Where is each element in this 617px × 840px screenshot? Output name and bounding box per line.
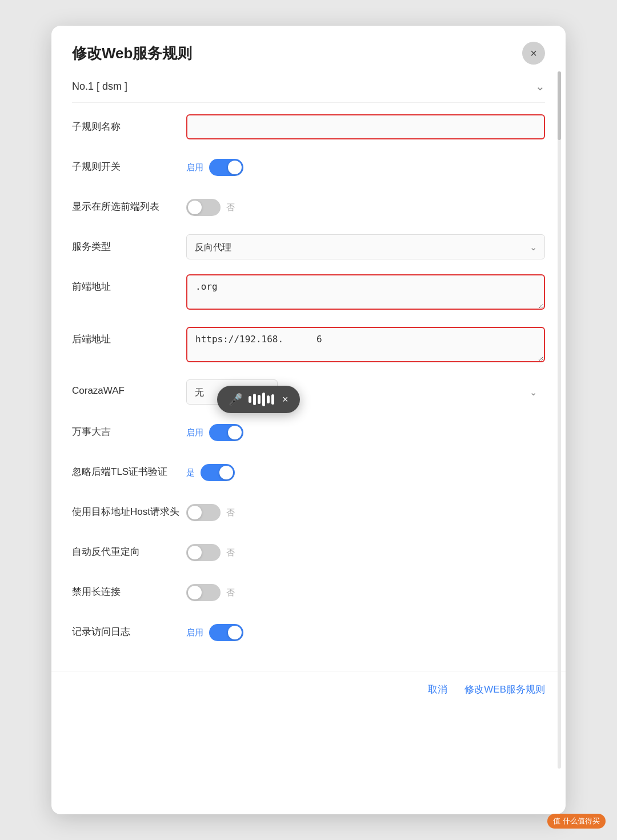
- frontend-addr-textarea-wrap: .org ⌟: [186, 274, 545, 312]
- watermark: 值 什么值得买: [547, 814, 606, 829]
- backend-addr-control: https://192.168. 6 ⌟: [186, 327, 545, 365]
- frontend-addr-control: .org ⌟: [186, 274, 545, 312]
- section-header: No.1 [ dsm ] ⌄: [72, 74, 545, 103]
- backend-addr-input[interactable]: https://192.168. 6: [186, 327, 545, 362]
- ignore-tls-knob: [219, 466, 233, 479]
- show-frontend-off-label: 否: [226, 202, 235, 213]
- subrule-switch-toggle-wrap: 启用: [186, 154, 545, 176]
- dialog-title: 修改Web服务规则: [72, 43, 192, 63]
- backend-addr-textarea-wrap: https://192.168. 6 ⌟: [186, 327, 545, 365]
- frontend-addr-label: 前端地址: [72, 274, 186, 293]
- frontend-addr-input[interactable]: .org: [186, 274, 545, 310]
- access-log-knob: [228, 626, 242, 639]
- disable-keepalive-label: 禁用长连接: [72, 579, 186, 598]
- scrollbar-thumb[interactable]: [558, 71, 561, 140]
- voice-bar-1: [249, 396, 251, 403]
- service-type-row: 服务类型 反向代理 ⌄: [72, 234, 545, 259]
- disable-keepalive-off-label: 否: [226, 587, 235, 598]
- dialog-body: No.1 [ dsm ] ⌄ 子规则名称 子规则开关 启用: [51, 74, 566, 671]
- show-frontend-knob: [188, 201, 202, 214]
- coraza-waf-label: CorazaWAF: [72, 379, 186, 397]
- ignore-tls-on-label: 是: [186, 467, 195, 478]
- coraza-waf-chevron-icon: ⌄: [530, 387, 537, 398]
- wanshi-row: 万事大吉 启用: [72, 419, 545, 445]
- auto-redirect-toggle[interactable]: [186, 544, 221, 561]
- ignore-tls-row: 忽略后端TLS证书验证 是: [72, 459, 545, 485]
- chevron-down-icon: ⌄: [535, 79, 545, 93]
- disable-keepalive-toggle[interactable]: [186, 584, 221, 601]
- ignore-tls-toggle[interactable]: [201, 464, 235, 481]
- use-host-header-off-label: 否: [226, 507, 235, 518]
- confirm-button[interactable]: 修改WEB服务规则: [464, 683, 545, 696]
- disable-keepalive-knob: [188, 586, 202, 599]
- cancel-button[interactable]: 取消: [428, 683, 447, 696]
- service-type-select[interactable]: 反向代理: [186, 234, 545, 259]
- show-frontend-toggle[interactable]: [186, 199, 221, 216]
- use-host-header-row: 使用目标地址Host请求头 否: [72, 499, 545, 525]
- auto-redirect-off-label: 否: [226, 547, 235, 558]
- auto-redirect-row: 自动反代重定向 否: [72, 539, 545, 565]
- access-log-row: 记录访问日志 启用: [72, 619, 545, 645]
- voice-bar-6: [271, 394, 274, 405]
- frontend-addr-row: 前端地址 .org ⌟: [72, 274, 545, 312]
- dialog-footer: 取消 修改WEB服务规则: [51, 671, 566, 712]
- voice-bar-2: [253, 394, 256, 405]
- wanshi-knob: [228, 426, 242, 439]
- coraza-waf-row: CorazaWAF 无 ⌄: [72, 379, 545, 405]
- subrule-switch-knob: [228, 161, 242, 174]
- auto-redirect-toggle-wrap: 否: [186, 539, 545, 561]
- access-log-toggle[interactable]: [209, 624, 243, 641]
- ignore-tls-label: 忽略后端TLS证书验证: [72, 459, 186, 478]
- ignore-tls-toggle-wrap: 是: [186, 459, 545, 481]
- ignore-tls-control: 是: [186, 459, 545, 481]
- access-log-toggle-wrap: 启用: [186, 619, 545, 641]
- subrule-name-input[interactable]: [186, 114, 545, 139]
- voice-bar-3: [258, 395, 261, 404]
- voice-bar-4: [262, 393, 265, 406]
- subrule-switch-label: 子规则开关: [72, 154, 186, 173]
- wanshi-control: 启用: [186, 419, 545, 441]
- disable-keepalive-toggle-wrap: 否: [186, 579, 545, 601]
- service-type-control: 反向代理 ⌄: [186, 234, 545, 259]
- subrule-switch-toggle[interactable]: [209, 159, 243, 176]
- subrule-switch-control: 启用: [186, 154, 545, 176]
- subrule-name-label: 子规则名称: [72, 114, 186, 133]
- dialog: 修改Web服务规则 × No.1 [ dsm ] ⌄ 子规则名称 子规则开关 启…: [51, 26, 566, 814]
- subrule-switch-row: 子规则开关 启用: [72, 154, 545, 179]
- wanshi-on-label: 启用: [186, 427, 203, 438]
- close-button[interactable]: ×: [522, 42, 545, 65]
- voice-bars: [249, 393, 274, 406]
- voice-widget: 🎤 ×: [217, 386, 300, 413]
- voice-close-button[interactable]: ×: [282, 394, 289, 406]
- use-host-header-toggle[interactable]: [186, 504, 221, 521]
- backend-addr-label: 后端地址: [72, 327, 186, 346]
- backend-addr-row: 后端地址 https://192.168. 6 ⌟: [72, 327, 545, 365]
- disable-keepalive-control: 否: [186, 579, 545, 601]
- use-host-header-label: 使用目标地址Host请求头: [72, 499, 186, 518]
- auto-redirect-knob: [188, 546, 202, 559]
- subrule-name-control: [186, 114, 545, 139]
- dialog-header: 修改Web服务规则 ×: [51, 26, 566, 74]
- show-frontend-control: 否: [186, 194, 545, 216]
- auto-redirect-control: 否: [186, 539, 545, 561]
- resize-icon: ⌟: [538, 301, 542, 309]
- use-host-header-knob: [188, 506, 202, 519]
- wanshi-toggle[interactable]: [209, 424, 243, 441]
- auto-redirect-label: 自动反代重定向: [72, 539, 186, 558]
- show-frontend-label: 显示在所选前端列表: [72, 194, 186, 213]
- wanshi-toggle-wrap: 启用: [186, 419, 545, 441]
- section-title: No.1 [ dsm ]: [72, 81, 127, 93]
- show-frontend-row: 显示在所选前端列表 否: [72, 194, 545, 219]
- resize-icon-2: ⌟: [538, 353, 542, 361]
- use-host-header-control: 否: [186, 499, 545, 521]
- wanshi-label: 万事大吉: [72, 419, 186, 438]
- scrollbar-track: [558, 71, 561, 769]
- subrule-switch-on-label: 启用: [186, 162, 203, 173]
- use-host-header-toggle-wrap: 否: [186, 499, 545, 521]
- access-log-on-label: 启用: [186, 627, 203, 638]
- show-frontend-toggle-wrap: 否: [186, 194, 545, 216]
- access-log-control: 启用: [186, 619, 545, 641]
- service-type-label: 服务类型: [72, 234, 186, 253]
- service-type-select-wrap: 反向代理 ⌄: [186, 234, 545, 259]
- watermark-text: 值 什么值得买: [553, 817, 600, 825]
